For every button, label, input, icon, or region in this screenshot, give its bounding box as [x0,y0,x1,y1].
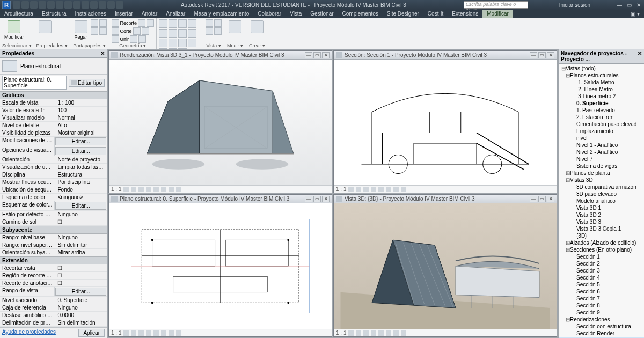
view-control-icon[interactable] [123,187,129,192]
ribbon-group-label[interactable]: Medir ▾ [226,43,244,49]
property-value[interactable]: Sin delimitación [55,319,107,326]
search-input[interactable]: Escriba palabra clave o frase [464,1,528,9]
view-scale[interactable]: 1 : 1 [111,330,121,336]
property-checkbox[interactable] [55,264,107,271]
view-control-icon[interactable] [169,187,174,192]
property-value[interactable]: Normal [55,114,107,121]
view-control-icon[interactable] [378,330,384,336]
property-edit-button[interactable]: Editar... [55,137,106,145]
view-control-icon[interactable] [386,187,391,192]
view-control-icon[interactable] [131,187,136,192]
view-control-icon[interactable] [176,330,181,336]
tree-node[interactable]: nivel [559,135,644,142]
expand-icon[interactable]: ⊞ [565,170,570,176]
property-edit-button[interactable]: Editar... [55,288,106,296]
view-control-icon[interactable] [123,330,129,336]
viewport-close-icon[interactable]: ✕ [547,196,554,202]
ribbon-small-icon[interactable] [214,19,222,27]
modify-tool-icon[interactable] [169,29,177,38]
tree-node[interactable]: 3D paso elevado [559,190,644,197]
ribbon-small-icon[interactable] [99,27,107,35]
tree-node[interactable]: Nivel 2 - Analítico [559,149,644,156]
tree-node[interactable]: 2. Estación tren [559,114,644,121]
ribbon-tab-gestionar[interactable]: Gestionar [306,10,338,18]
ribbon-tab-estructura[interactable]: Estructura [38,10,71,18]
modify-tool-icon[interactable] [178,19,187,28]
tree-node[interactable]: Sección con estructura [559,323,644,330]
view-control-icon[interactable] [146,187,151,192]
viewport-maximize-icon[interactable]: ▭ [538,196,546,202]
ribbon-tab-arquitectura[interactable]: Arquitectura [0,10,38,18]
view-control-icon[interactable] [393,187,399,192]
view-control-icon[interactable] [386,330,391,336]
viewport-canvas[interactable] [109,60,332,185]
viewport-minimize-icon[interactable]: — [530,196,537,202]
tree-node[interactable]: 0. Superficie [559,100,644,107]
view-control-icon[interactable] [169,330,174,336]
property-value[interactable]: Ninguno [55,211,107,218]
qat-open-icon[interactable] [13,1,20,9]
tree-node[interactable]: Sección 5 [559,281,644,288]
tree-node[interactable]: ⊞Alzados (Alzado de edificio) [559,239,644,246]
view-control-icon[interactable] [138,330,144,336]
view-control-icon[interactable] [176,187,181,192]
view-scale[interactable]: 1 : 1 [336,330,346,336]
expand-icon[interactable]: ⊟ [565,72,570,78]
tree-node[interactable]: Sección 9 [559,309,644,316]
expand-icon[interactable]: ⊞ [565,240,570,246]
tree-node[interactable]: Sección 7 [559,295,644,302]
ribbon-group-label[interactable]: Propiedades ▾ [36,43,68,49]
ribbon-toggle-icon[interactable]: ▣ ▾ [626,10,644,18]
tree-node[interactable]: ⊟Renderizaciones [559,316,644,323]
tree-node[interactable]: ⊟Vistas (todo) [559,65,644,72]
view-control-icon[interactable] [401,330,406,336]
ribbon-tab-modificar[interactable]: Modificar [482,10,513,18]
viewport-header[interactable]: Plano estructural: 0. Superficie - Proye… [109,195,332,203]
modify-tool-icon[interactable] [159,19,167,28]
view-control-icon[interactable] [363,187,369,192]
view-control-icon[interactable] [161,187,166,192]
view-control-icon[interactable] [371,187,376,192]
view-control-icon[interactable] [146,330,151,336]
ribbon-tab-insertar[interactable]: Insertar [111,10,137,18]
ribbon-tab-analizar[interactable]: Analizar [162,10,189,18]
ribbon-button[interactable] [248,19,266,35]
property-checkbox[interactable] [55,218,107,225]
expand-icon[interactable]: ⊟ [565,177,570,183]
signin-icon[interactable] [550,1,557,9]
expand-icon[interactable]: ⊟ [561,65,566,71]
ribbon-small-icon[interactable] [91,27,98,35]
modify-tool-icon[interactable] [188,19,196,28]
ribbon-small-icon[interactable] [206,27,213,35]
property-edit-button[interactable]: Editar... [55,147,106,155]
ribbon-small-icon[interactable] [138,35,146,43]
view-control-icon[interactable] [371,330,376,336]
property-value[interactable]: Ninguno [55,304,107,311]
close-button[interactable]: ✕ [635,2,642,8]
tree-node[interactable]: Sección 3 [559,267,644,274]
ribbon-tab-cost-it[interactable]: Cost-It [423,10,448,18]
view-control-icon[interactable] [161,330,166,336]
viewport-maximize-icon[interactable]: ▭ [313,52,321,58]
viewport-maximize-icon[interactable]: ▭ [538,52,546,58]
property-value[interactable]: Fondo [55,186,107,193]
ribbon-group-label[interactable]: Seleccionar ▾ [2,43,32,49]
ribbon-tab-extensions[interactable]: Extensions [448,10,482,18]
modify-tool-icon[interactable] [178,29,187,38]
view-control-icon[interactable] [131,330,136,336]
tree-node[interactable]: Cimentación paso elevad [559,121,644,128]
viewport-minimize-icon[interactable]: — [305,196,312,202]
tree-node[interactable]: Nivel 1 - Analítico [559,142,644,149]
tree-node[interactable]: Vista 3D 1 [559,204,644,211]
property-checkbox[interactable] [55,280,107,286]
view-control-icon[interactable] [356,330,361,336]
ribbon-small-icon[interactable] [112,19,119,27]
viewport-header[interactable]: Sección: Sección 1 - Proyecto Módulo IV … [334,51,557,60]
view-control-icon[interactable] [393,330,399,336]
view-control-icon[interactable] [363,330,369,336]
ribbon-group-label[interactable]: Vista ▾ [206,43,222,49]
qat-dropdown-icon[interactable] [116,1,123,9]
property-category[interactable]: Subyacente [0,226,107,234]
viewport-minimize-icon[interactable]: — [530,52,537,58]
view-control-icon[interactable] [138,187,144,192]
